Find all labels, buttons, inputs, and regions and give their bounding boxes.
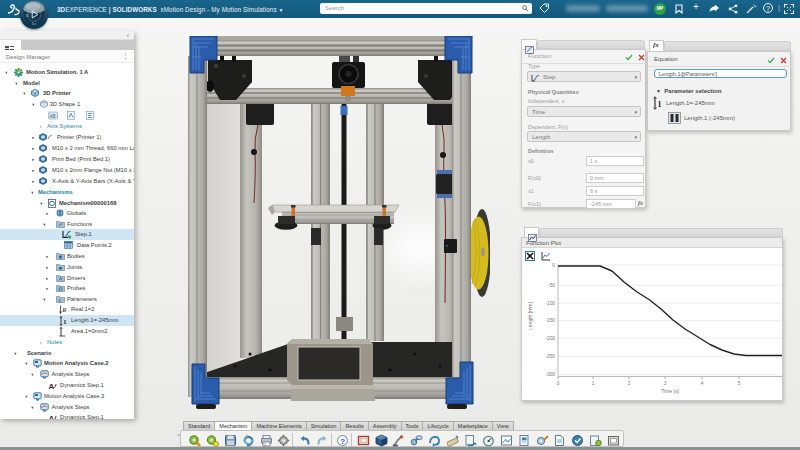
svg-text:R: R bbox=[61, 306, 66, 313]
svg-text:1: 1 bbox=[63, 318, 66, 325]
svg-text:1: 1 bbox=[592, 381, 595, 386]
svg-text:5: 5 bbox=[738, 381, 741, 386]
svg-text:-300: -300 bbox=[545, 372, 555, 377]
svg-text:Time [s]: Time [s] bbox=[661, 388, 679, 394]
svg-text:1: 1 bbox=[658, 100, 662, 109]
svg-text:AB: AB bbox=[50, 114, 56, 119]
svg-text:0: 0 bbox=[557, 381, 560, 386]
svg-text:3: 3 bbox=[664, 381, 667, 386]
svg-text:?: ? bbox=[340, 436, 345, 445]
svg-text:4: 4 bbox=[701, 381, 704, 386]
svg-text:A: A bbox=[49, 414, 55, 420]
svg-text:0: 0 bbox=[552, 263, 555, 268]
svg-text:2: 2 bbox=[628, 381, 631, 386]
svg-text:-100: -100 bbox=[545, 301, 555, 306]
svg-text:6.x: 6.x bbox=[32, 22, 37, 26]
svg-text:-200: -200 bbox=[545, 336, 555, 341]
svg-text:-50: -50 bbox=[548, 283, 555, 288]
svg-text:-150: -150 bbox=[545, 318, 555, 323]
svg-text:-250: -250 bbox=[545, 354, 555, 359]
